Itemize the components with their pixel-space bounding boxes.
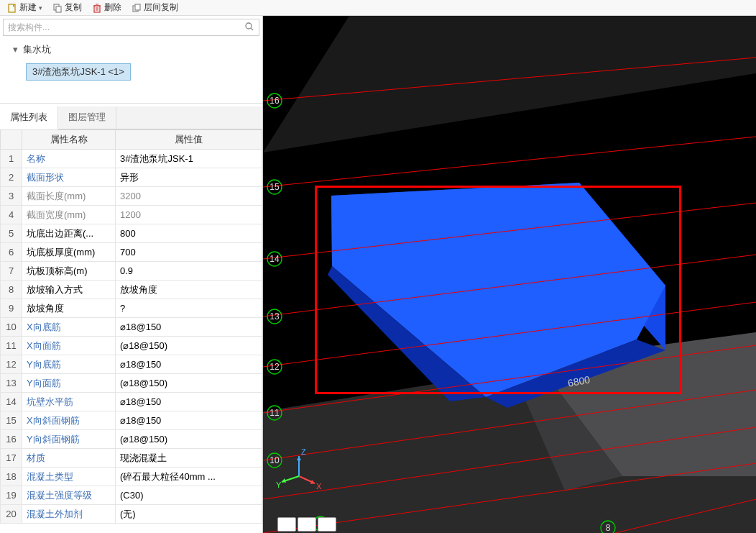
- prop-name-cell[interactable]: 坑底板厚度(mm): [22, 243, 116, 262]
- prop-name-cell[interactable]: Y向面筋: [22, 374, 116, 393]
- prop-value-cell[interactable]: 0.9: [116, 262, 262, 281]
- prop-value-cell[interactable]: 3200: [116, 187, 262, 206]
- prop-name-cell[interactable]: Y向斜面钢筋: [22, 430, 116, 449]
- axis-label: 13: [269, 311, 280, 322]
- prop-name-cell[interactable]: 坑底出边距离(...: [22, 224, 116, 243]
- table-row[interactable]: 2截面形状异形: [1, 168, 262, 187]
- prop-value-cell[interactable]: (C30): [116, 486, 262, 505]
- tab-properties[interactable]: 属性列表: [0, 106, 58, 129]
- copy-button[interactable]: 复制: [48, 1, 86, 14]
- prop-value-cell[interactable]: ⌀18@150: [116, 318, 262, 337]
- axis-label: 15: [269, 182, 280, 192]
- prop-value-cell[interactable]: (⌀18@150): [116, 430, 262, 449]
- panel-tabs: 属性列表 图层管理: [0, 106, 262, 129]
- table-row[interactable]: 14坑壁水平筋⌀18@150: [1, 393, 262, 411]
- table-row[interactable]: 5坑底出边距离(...800: [1, 224, 262, 243]
- search-box[interactable]: [3, 19, 259, 36]
- table-row[interactable]: 11X向面筋(⌀18@150): [1, 337, 262, 355]
- tree-selected-item[interactable]: 3#渣池泵坑JSK-1 <1>: [26, 63, 131, 81]
- axis-label: 11: [269, 408, 280, 418]
- new-button[interactable]: 新建 ▾: [3, 1, 47, 14]
- table-row[interactable]: 7坑板顶标高(m)0.9: [1, 262, 262, 281]
- prop-value-cell[interactable]: 放坡角度: [116, 281, 262, 299]
- table-row[interactable]: 16Y向斜面钢筋(⌀18@150): [1, 430, 262, 449]
- prop-name-cell[interactable]: 截面形状: [22, 168, 116, 187]
- table-row[interactable]: 4截面宽度(mm)1200: [1, 206, 262, 224]
- prop-name-cell[interactable]: 截面长度(mm): [22, 187, 116, 206]
- prop-name-cell[interactable]: 截面宽度(mm): [22, 206, 116, 224]
- table-row[interactable]: 3截面长度(mm)3200: [1, 187, 262, 206]
- prop-name-cell[interactable]: X向斜面钢筋: [22, 411, 116, 430]
- prop-value-cell[interactable]: 700: [116, 243, 262, 262]
- table-row[interactable]: 8放坡输入方式放坡角度: [1, 281, 262, 299]
- row-num: 3: [1, 187, 22, 206]
- prop-name-cell[interactable]: X向面筋: [22, 337, 116, 355]
- th-value: 属性值: [116, 130, 262, 150]
- tree-root-label: 集水坑: [23, 44, 51, 55]
- view-btn-1[interactable]: [277, 517, 296, 532]
- prop-value-cell[interactable]: 800: [116, 224, 262, 243]
- table-row[interactable]: 6坑底板厚度(mm)700: [1, 243, 262, 262]
- prop-name-cell[interactable]: 放坡输入方式: [22, 281, 116, 299]
- prop-name-cell[interactable]: Y向底筋: [22, 355, 116, 374]
- prop-value-cell[interactable]: ⌀18@150: [116, 355, 262, 374]
- prop-name-cell[interactable]: 名称: [22, 150, 116, 168]
- prop-name-cell[interactable]: 混凝土强度等级: [22, 486, 116, 505]
- axis-label: 8: [606, 523, 611, 533]
- table-row[interactable]: 18混凝土类型(碎石最大粒径40mm ...: [1, 468, 262, 486]
- table-row[interactable]: 12Y向底筋⌀18@150: [1, 355, 262, 374]
- th-num: [1, 130, 22, 150]
- table-row[interactable]: 10X向底筋⌀18@150: [1, 318, 262, 337]
- table-row[interactable]: 19混凝土强度等级(C30): [1, 486, 262, 505]
- prop-name-cell[interactable]: 混凝土类型: [22, 468, 116, 486]
- row-num: 11: [1, 337, 22, 355]
- gizmo-y: Y: [276, 480, 282, 489]
- tree-root[interactable]: ▾ 集水坑: [6, 42, 257, 59]
- prop-name-cell[interactable]: 坑壁水平筋: [22, 393, 116, 411]
- prop-value-cell[interactable]: (⌀18@150): [116, 337, 262, 355]
- row-num: 4: [1, 206, 22, 224]
- tab-layer[interactable]: 图层管理: [58, 106, 116, 129]
- prop-value-cell[interactable]: ?: [116, 299, 262, 318]
- view-btn-2[interactable]: [298, 517, 316, 532]
- svg-rect-2: [56, 6, 61, 12]
- search-input[interactable]: [8, 22, 244, 32]
- property-table-wrap[interactable]: 属性名称 属性值 1名称3#渣池泵坑JSK-12截面形状异形3截面长度(mm)3…: [0, 129, 262, 533]
- prop-value-cell[interactable]: (⌀18@150): [116, 374, 262, 393]
- tree-caret-icon[interactable]: ▾: [13, 44, 20, 55]
- prop-name-cell[interactable]: 坑板顶标高(m): [22, 262, 116, 281]
- prop-name-cell[interactable]: 材质: [22, 449, 116, 468]
- row-num: 17: [1, 449, 22, 468]
- copy-label: 复制: [65, 1, 82, 14]
- table-row[interactable]: 13Y向面筋(⌀18@150): [1, 374, 262, 393]
- table-row[interactable]: 20混凝土外加剂(无): [1, 505, 262, 524]
- prop-value-cell[interactable]: 现浇混凝土: [116, 449, 262, 468]
- table-row[interactable]: 1名称3#渣池泵坑JSK-1: [1, 150, 262, 168]
- 3d-viewport[interactable]: 1615141312111098 Z X Y 6800: [263, 16, 756, 533]
- prop-value-cell[interactable]: 异形: [116, 168, 262, 187]
- table-row[interactable]: 17材质现浇混凝土: [1, 449, 262, 468]
- prop-value-cell[interactable]: ⌀18@150: [116, 411, 262, 430]
- table-row[interactable]: 9放坡角度?: [1, 299, 262, 318]
- prop-name-cell[interactable]: X向底筋: [22, 318, 116, 337]
- layer-copy-label: 层间复制: [144, 1, 178, 14]
- prop-value-cell[interactable]: (碎石最大粒径40mm ...: [116, 468, 262, 486]
- row-num: 10: [1, 318, 22, 337]
- row-num: 15: [1, 411, 22, 430]
- row-num: 12: [1, 355, 22, 374]
- prop-name-cell[interactable]: 混凝土外加剂: [22, 505, 116, 524]
- layer-copy-button[interactable]: 层间复制: [127, 1, 183, 14]
- prop-value-cell[interactable]: 1200: [116, 206, 262, 224]
- table-row[interactable]: 15X向斜面钢筋⌀18@150: [1, 411, 262, 430]
- property-table: 属性名称 属性值 1名称3#渣池泵坑JSK-12截面形状异形3截面长度(mm)3…: [0, 129, 262, 524]
- viewport-svg: 1615141312111098 Z X Y: [263, 16, 756, 533]
- prop-value-cell[interactable]: ⌀18@150: [116, 393, 262, 411]
- search-icon[interactable]: [244, 22, 254, 34]
- prop-name-cell[interactable]: 放坡角度: [22, 299, 116, 318]
- svg-point-6: [246, 23, 252, 29]
- prop-value-cell[interactable]: (无): [116, 505, 262, 524]
- prop-value-cell[interactable]: 3#渣池泵坑JSK-1: [116, 150, 262, 168]
- delete-button[interactable]: 删除: [88, 1, 126, 14]
- view-btn-3[interactable]: [318, 517, 336, 532]
- row-num: 13: [1, 374, 22, 393]
